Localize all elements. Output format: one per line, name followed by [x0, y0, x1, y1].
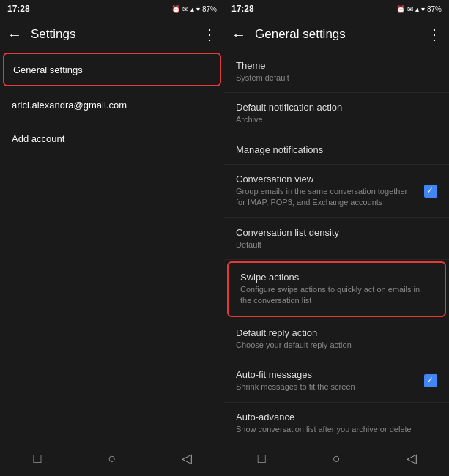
row-auto-advance[interactable]: Auto-advance Show conversation list afte… — [224, 403, 449, 441]
left-item-account-title: arici.alexandra@gmail.com — [12, 100, 127, 111]
row-manage-notif[interactable]: Manage notifications — [224, 135, 449, 165]
row-conv-view[interactable]: Conversation view Group emails in the sa… — [224, 165, 449, 218]
row-auto-advance-sub: Show conversation list after you archive… — [236, 424, 437, 435]
right-title: General settings — [255, 27, 418, 42]
row-swipe-actions[interactable]: Swipe actions Configure swipe actions to… — [227, 261, 446, 317]
right-status-bar: 17:28 ⏰ ✉ ▴ ▾ 87% — [224, 0, 449, 18]
left-nav-back[interactable]: ◁ — [178, 450, 196, 467]
row-auto-advance-title: Auto-advance — [236, 412, 437, 423]
row-theme-title: Theme — [236, 60, 437, 71]
row-conv-view-sub: Group emails in the same conversation to… — [236, 186, 418, 209]
right-status-icons: ⏰ ✉ ▴ ▾ 87% — [396, 5, 442, 13]
row-theme-sub: System default — [236, 72, 437, 83]
right-top-bar: ← General settings ⋮ — [224, 18, 449, 51]
right-back-button[interactable]: ← — [231, 26, 246, 43]
left-title: Settings — [31, 27, 193, 42]
left-status-bar: 17:28 ⏰ ✉ ▴ ▾ 87% — [0, 0, 224, 18]
row-default-notif-sub: Archive — [236, 114, 437, 125]
row-reply-action-title: Default reply action — [236, 327, 437, 338]
row-autofit-title: Auto-fit messages — [236, 369, 418, 380]
left-back-button[interactable]: ← — [7, 26, 22, 43]
left-item-general[interactable]: General settings — [3, 53, 221, 86]
left-panel: 17:28 ⏰ ✉ ▴ ▾ 87% ← Settings ⋮ General s… — [0, 0, 224, 476]
row-conv-density-sub: Default — [236, 239, 437, 250]
row-theme[interactable]: Theme System default — [224, 51, 449, 93]
right-bottom-nav: □ ○ ◁ — [224, 441, 449, 476]
row-conv-density[interactable]: Conversation list density Default — [224, 218, 449, 260]
row-manage-notif-title: Manage notifications — [236, 144, 437, 155]
row-conv-view-checkbox[interactable] — [424, 185, 437, 198]
left-item-general-title: General settings — [13, 64, 83, 75]
left-item-add-account-title: Add account — [12, 133, 64, 144]
row-default-notif-title: Default notification action — [236, 102, 437, 113]
row-autofit[interactable]: Auto-fit messages Shrink messages to fit… — [224, 360, 449, 402]
left-settings-list: General settings arici.alexandra@gmail.c… — [0, 51, 224, 441]
right-nav-circle[interactable]: ○ — [327, 450, 345, 467]
left-status-icons: ⏰ ✉ ▴ ▾ 87% — [171, 5, 217, 13]
left-more-button[interactable]: ⋮ — [202, 26, 217, 43]
left-time: 17:28 — [7, 4, 30, 14]
right-panel: 17:28 ⏰ ✉ ▴ ▾ 87% ← General settings ⋮ T… — [224, 0, 449, 476]
left-bottom-nav: □ ○ ◁ — [0, 441, 224, 476]
left-nav-square[interactable]: □ — [29, 450, 46, 467]
left-item-account[interactable]: arici.alexandra@gmail.com — [0, 88, 224, 122]
row-conv-density-title: Conversation list density — [236, 227, 437, 238]
left-item-add-account[interactable]: Add account — [0, 122, 224, 155]
right-more-button[interactable]: ⋮ — [427, 26, 442, 43]
left-nav-circle[interactable]: ○ — [103, 450, 121, 467]
row-reply-action[interactable]: Default reply action Choose your default… — [224, 319, 449, 360]
row-conv-view-title: Conversation view — [236, 174, 418, 185]
row-swipe-actions-title: Swipe actions — [240, 272, 433, 283]
row-swipe-actions-sub: Configure swipe actions to quickly act o… — [240, 284, 433, 307]
right-time: 17:28 — [231, 4, 254, 14]
right-nav-back[interactable]: ◁ — [403, 450, 420, 467]
row-default-notif[interactable]: Default notification action Archive — [224, 93, 449, 135]
row-reply-action-sub: Choose your default reply action — [236, 340, 437, 351]
row-autofit-sub: Shrink messages to fit the screen — [236, 382, 418, 393]
left-top-bar: ← Settings ⋮ — [0, 18, 224, 51]
right-nav-square[interactable]: □ — [253, 450, 270, 467]
right-scroll-area: Theme System default Default notificatio… — [224, 51, 449, 441]
row-autofit-checkbox[interactable] — [424, 374, 437, 387]
